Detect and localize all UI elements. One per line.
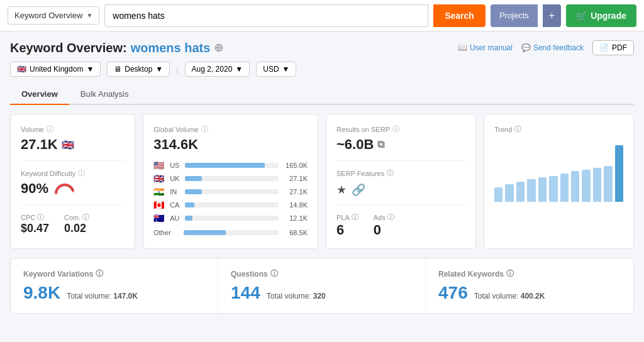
chevron-down-icon: ▼ <box>155 65 163 74</box>
au-flag-icon: 🇦🇺 <box>153 213 166 223</box>
top-navigation: Keyword Overview ▼ Search Projects + 🛒 U… <box>0 0 644 31</box>
trend-bar-8 <box>582 170 590 202</box>
com-info-icon[interactable]: ⓘ <box>82 212 89 222</box>
trend-chart <box>494 139 623 202</box>
date-label: Aug 2, 2020 <box>192 65 233 74</box>
trend-bar-6 <box>560 174 569 202</box>
tabs-row: Overview Bulk Analysis <box>10 84 634 105</box>
country-row-in: 🇮🇳 IN 27.1K <box>153 187 308 197</box>
pla-ads-row: PLA ⓘ 6 Ads ⓘ 0 <box>336 212 465 238</box>
add-keyword-icon[interactable]: ⊕ <box>214 41 223 55</box>
kw-variations-main: 9.8K Total volume: 147.0K <box>23 283 205 303</box>
page-header: Keyword Overview: womens hats ⊕ 📖 User m… <box>10 40 634 55</box>
trend-bar-5 <box>549 176 557 202</box>
serp-label: Results on SERP ⓘ <box>336 124 465 134</box>
projects-button[interactable]: Projects <box>491 4 538 27</box>
tab-bulk-analysis[interactable]: Bulk Analysis <box>69 84 140 105</box>
dropdown-label: Keyword Overview <box>14 11 82 20</box>
questions-info-icon[interactable]: ⓘ <box>270 268 278 279</box>
trend-bar-1 <box>505 184 513 202</box>
chat-icon: 💬 <box>521 43 531 52</box>
chevron-down-icon: ▼ <box>282 65 290 74</box>
cpc-item: CPC ⓘ $0.47 <box>21 212 49 235</box>
uk-flag-icon: 🇬🇧 <box>17 65 26 74</box>
copy-icon[interactable]: ⧉ <box>377 139 384 150</box>
search-button[interactable]: Search <box>433 4 486 27</box>
serp-info-icon[interactable]: ⓘ <box>392 124 399 134</box>
filter-separator: | <box>176 65 178 74</box>
kd-label: Keyword Difficulty ⓘ <box>21 168 125 178</box>
cart-icon: 🛒 <box>576 11 587 21</box>
keyword-variations-cell: Keyword Variations ⓘ 9.8K Total volume: … <box>11 258 218 313</box>
filters-row: 🇬🇧 United Kingdom ▼ 🖥 Desktop ▼ | Aug 2,… <box>10 62 634 77</box>
serp-card: Results on SERP ⓘ ~6.0B ⧉ SERP Features … <box>326 114 476 249</box>
cards-row: Volume ⓘ 27.1K 🇬🇧 Keyword Difficulty ⓘ 9… <box>10 114 634 249</box>
tab-overview[interactable]: Overview <box>10 84 69 105</box>
trend-bar-7 <box>571 171 579 202</box>
page-title: Keyword Overview: womens hats ⊕ <box>10 41 223 55</box>
chevron-down-icon: ▼ <box>86 65 94 74</box>
volume-label: Volume ⓘ <box>21 124 125 134</box>
questions-number: 144 <box>231 283 260 303</box>
au-bar <box>185 216 279 221</box>
serp-features-label: SERP Features ⓘ <box>336 168 465 178</box>
region-filter[interactable]: 🇬🇧 United Kingdom ▼ <box>10 62 101 77</box>
search-input[interactable] <box>104 4 428 27</box>
country-row-uk: 🇬🇧 UK 27.1K <box>153 174 308 184</box>
uk-bar <box>185 176 279 181</box>
date-filter[interactable]: Aug 2, 2020 ▼ <box>185 62 250 77</box>
region-label: United Kingdom <box>30 65 83 74</box>
related-keywords-number: 476 <box>438 283 468 303</box>
other-row: Other 68.5K <box>153 229 308 236</box>
ads-info-icon[interactable]: ⓘ <box>387 212 394 222</box>
cpc-info-icon[interactable]: ⓘ <box>37 212 44 222</box>
trend-info-icon[interactable]: ⓘ <box>514 124 521 134</box>
keyword-overview-dropdown[interactable]: Keyword Overview ▼ <box>8 6 99 25</box>
pdf-button[interactable]: 📄 PDF <box>592 40 634 55</box>
gv-info-icon[interactable]: ⓘ <box>201 124 208 134</box>
device-label: Desktop <box>125 65 152 74</box>
questions-sub: Total volume: 320 <box>267 292 326 301</box>
title-keyword: womens hats <box>131 41 211 55</box>
serp-features-info-icon[interactable]: ⓘ <box>387 168 394 178</box>
gv-label: Global Volume ⓘ <box>153 124 308 134</box>
trend-bar-11 <box>615 145 623 202</box>
country-row-au: 🇦🇺 AU 12.1K <box>153 213 308 223</box>
country-bars: 🇺🇸 US 165.0K 🇬🇧 UK 27.1K 🇮🇳 IN 27.1K <box>153 160 308 236</box>
trend-bar-10 <box>604 166 612 202</box>
volume-card: Volume ⓘ 27.1K 🇬🇧 Keyword Difficulty ⓘ 9… <box>10 114 135 249</box>
in-bar <box>185 189 279 194</box>
volume-info-icon[interactable]: ⓘ <box>47 124 53 134</box>
pla-info-icon[interactable]: ⓘ <box>352 212 358 222</box>
currency-filter[interactable]: USD ▼ <box>256 62 296 77</box>
star-icon: ★ <box>336 183 347 197</box>
projects-plus-button[interactable]: + <box>543 4 561 27</box>
trend-bar-0 <box>494 187 502 202</box>
related-keywords-cell: Related Keywords ⓘ 476 Total volume: 400… <box>426 258 633 313</box>
global-volume-card: Global Volume ⓘ 314.6K 🇺🇸 US 165.0K 🇬🇧 U… <box>143 114 318 249</box>
country-row-us: 🇺🇸 US 165.0K <box>153 160 308 170</box>
user-manual-link[interactable]: 📖 User manual <box>458 43 513 52</box>
send-feedback-link[interactable]: 💬 Send feedback <box>521 43 584 52</box>
kw-variations-number: 9.8K <box>23 283 60 303</box>
serp-feature-icons: ★ 🔗 <box>336 183 465 197</box>
title-static: Keyword Overview: <box>10 41 127 55</box>
volume-value: 27.1K 🇬🇧 <box>21 136 125 153</box>
related-keywords-info-icon[interactable]: ⓘ <box>506 268 514 279</box>
us-bar <box>185 163 279 168</box>
upgrade-button[interactable]: 🛒 Upgrade <box>566 4 636 27</box>
pdf-icon: 📄 <box>599 43 609 52</box>
kd-info-icon[interactable]: ⓘ <box>78 168 85 178</box>
kw-variations-info-icon[interactable]: ⓘ <box>96 268 103 279</box>
questions-label: Questions ⓘ <box>231 268 413 279</box>
related-keywords-main: 476 Total volume: 400.2K <box>438 283 621 303</box>
gv-value: 314.6K <box>153 136 308 153</box>
trend-bar-9 <box>593 168 601 202</box>
device-filter[interactable]: 🖥 Desktop ▼ <box>107 62 170 77</box>
trend-bar-3 <box>527 179 535 202</box>
related-keywords-sub: Total volume: 400.2K <box>474 292 545 301</box>
serp-value: ~6.0B ⧉ <box>336 136 465 153</box>
header-links: 📖 User manual 💬 Send feedback 📄 PDF <box>458 40 634 55</box>
country-row-ca: 🇨🇦 CA 14.8K <box>153 200 308 210</box>
cpc-value: $0.47 <box>21 222 49 235</box>
